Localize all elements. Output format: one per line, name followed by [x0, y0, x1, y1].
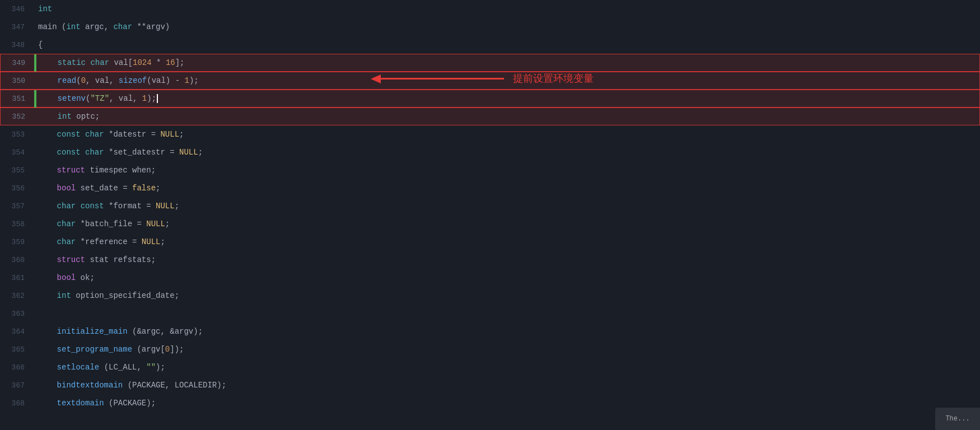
code-line-354: 354 const char *set_datestr = NULL; [0, 143, 980, 161]
code-line-348: 348{ [0, 36, 980, 54]
arrow-head [371, 74, 381, 83]
code-line-363: 363 [0, 305, 980, 322]
line-number-356: 356 [0, 184, 34, 193]
line-content-347: main (int argc, char **argv) [34, 18, 980, 36]
line-content-365: set_program_name (argv[0]); [34, 340, 980, 358]
bottom-right-panel: The... [935, 408, 980, 430]
line-number-346: 346 [0, 5, 34, 13]
code-line-359: 359 char *reference = NULL; [0, 233, 980, 251]
line-content-356: bool set_date = false; [34, 179, 980, 197]
line-number-360: 360 [0, 256, 34, 264]
line-number-353: 353 [0, 130, 34, 139]
line-number-351: 351 [1, 95, 34, 103]
code-line-346: 346int [0, 0, 980, 18]
code-line-368: 368 textdomain (PACKAGE); [0, 394, 980, 412]
line-number-347: 347 [0, 23, 34, 31]
code-line-347: 347main (int argc, char **argv) [0, 18, 980, 36]
line-number-362: 362 [0, 292, 34, 300]
code-editor: 346int347main (int argc, char **argv)348… [0, 0, 980, 430]
line-content-362: int option_specified_date; [34, 287, 980, 305]
code-line-349: 349 static char val[1024 * 16]; [0, 54, 980, 72]
line-content-359: char *reference = NULL; [34, 233, 980, 251]
code-line-355: 355 struct timespec when; [0, 161, 980, 179]
bottom-right-label: The... [945, 415, 969, 423]
code-line-366: 366 setlocale (LC_ALL, ""); [0, 358, 980, 376]
line-content-351: setenv("TZ", val, 1); [34, 90, 979, 108]
line-content-357: char const *format = NULL; [34, 197, 980, 215]
code-line-362: 362 int option_specified_date; [0, 287, 980, 305]
code-line-365: 365 set_program_name (argv[0]); [0, 340, 980, 358]
line-number-361: 361 [0, 274, 34, 282]
line-content-364: initialize_main (&argc, &argv); [34, 322, 980, 340]
line-number-363: 363 [0, 310, 34, 318]
code-line-360: 360 struct stat refstats; [0, 251, 980, 269]
line-content-348: { [34, 36, 980, 54]
code-line-358: 358 char *batch_file = NULL; [0, 215, 980, 233]
line-number-368: 368 [0, 399, 34, 408]
line-number-352: 352 [1, 113, 34, 121]
line-number-365: 365 [0, 345, 34, 354]
code-line-361: 361 bool ok; [0, 269, 980, 287]
line-content-367: bindtextdomain (PACKAGE, LOCALEDIR); [34, 376, 980, 394]
line-number-357: 357 [0, 202, 34, 211]
line-number-349: 349 [1, 59, 34, 67]
line-number-348: 348 [0, 41, 34, 49]
line-content-354: const char *set_datestr = NULL; [34, 143, 980, 161]
line-content-352: int optc; [34, 108, 979, 125]
code-line-353: 353 const char *datestr = NULL; [0, 125, 980, 143]
arrow-line [381, 78, 504, 80]
line-number-354: 354 [0, 148, 34, 157]
line-content-353: const char *datestr = NULL; [34, 125, 980, 143]
line-number-364: 364 [0, 328, 34, 336]
annotation-arrow-area: 提前设置环境变量 [381, 72, 594, 85]
line-content-361: bool ok; [34, 269, 980, 287]
code-line-351: 351 setenv("TZ", val, 1); [0, 90, 980, 108]
line-number-350: 350 [1, 77, 34, 85]
line-content-358: char *batch_file = NULL; [34, 215, 980, 233]
line-number-366: 366 [0, 363, 34, 372]
code-line-367: 367 bindtextdomain (PACKAGE, LOCALEDIR); [0, 376, 980, 394]
code-line-364: 364 initialize_main (&argc, &argv); [0, 322, 980, 340]
line-content-346: int [34, 0, 980, 18]
line-content-368: textdomain (PACKAGE); [34, 394, 980, 412]
line-content-349: static char val[1024 * 16]; [34, 54, 979, 72]
annotation-text: 提前设置环境变量 [513, 72, 594, 85]
line-number-355: 355 [0, 166, 34, 175]
line-content-355: struct timespec when; [34, 161, 980, 179]
line-content-360: struct stat refstats; [34, 251, 980, 269]
code-line-356: 356 bool set_date = false; [0, 179, 980, 197]
code-line-352: 352 int optc; [0, 108, 980, 125]
line-number-367: 367 [0, 381, 34, 390]
line-number-358: 358 [0, 220, 34, 228]
line-number-359: 359 [0, 238, 34, 246]
line-content-366: setlocale (LC_ALL, ""); [34, 358, 980, 376]
code-line-357: 357 char const *format = NULL; [0, 197, 980, 215]
